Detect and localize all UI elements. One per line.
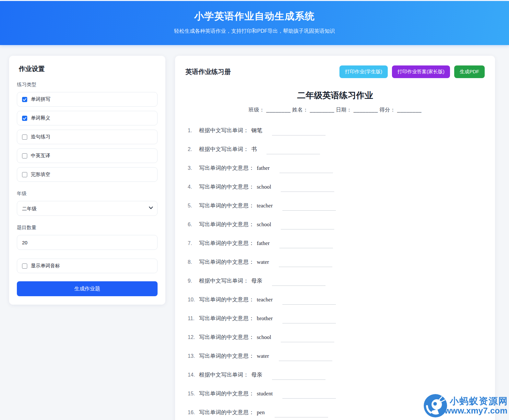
print-student-button[interactable]: 打印作业(学生版) [339, 65, 388, 78]
answer-blank-line [281, 229, 334, 229]
question-word: pen [257, 408, 265, 417]
question-number: 3. [188, 164, 199, 172]
question-number: 4. [188, 183, 199, 191]
content-area: 作业设置 练习类型 单词拼写 单词释义 造句练习 中英互译 完形填空 年级 二年… [0, 45, 509, 420]
print-answer-button[interactable]: 打印作业答案(家长版) [392, 65, 450, 78]
workbook-actions: 打印作业(学生版) 打印作业答案(家长版) 生成PDF [339, 65, 485, 78]
question-prompt: 写出单词的中文意思： [199, 220, 254, 229]
question-count-input[interactable] [17, 235, 158, 250]
exercise-option-cloze[interactable]: 完形填空 [17, 167, 158, 182]
sentence-checkbox[interactable] [22, 134, 27, 140]
question-row: 6. 写出单词的中文意思： school [188, 220, 485, 229]
answer-blank-line [279, 248, 333, 248]
watermark-text: 小蚂蚁资源网 www.xmy7.com [450, 396, 508, 415]
question-word: 母亲 [251, 277, 262, 285]
question-prompt: 根据中文写出单词： [199, 126, 249, 135]
answer-blank-line [275, 417, 328, 417]
question-row: 4. 写出单词的中文意思： school [188, 183, 485, 192]
watermark-site-name: 小蚂蚁资源网 [450, 396, 508, 406]
word-meaning-checkbox[interactable] [22, 116, 27, 121]
question-word: water [257, 258, 269, 266]
question-number: 7. [188, 239, 199, 248]
grade-select[interactable]: 二年级 [17, 201, 158, 216]
exercise-option-translation[interactable]: 中英互译 [17, 148, 158, 163]
question-row: 5. 写出单词的中文意思： teacher [188, 202, 485, 211]
question-prompt: 写出单词的中文意思： [199, 390, 254, 398]
question-row: 14. 根据中文写出单词： 母亲 [188, 371, 485, 380]
exercise-option-word-meaning[interactable]: 单词释义 [17, 111, 158, 125]
question-word: school [257, 183, 271, 191]
question-number: 12. [188, 333, 199, 342]
question-row: 9. 根据中文写出单词： 母亲 [188, 277, 485, 286]
question-word: brother [257, 314, 273, 323]
answer-blank-line [272, 379, 326, 380]
question-prompt: 写出单词的中文意思： [199, 183, 254, 191]
exercise-option-word-spelling[interactable]: 单词拼写 [17, 92, 158, 107]
question-word: teacher [257, 202, 273, 210]
question-number: 11. [188, 314, 199, 323]
exercise-option-label: 完形填空 [31, 171, 50, 178]
show-phonetic-checkbox[interactable] [22, 263, 27, 269]
worksheet-info-line: 班级： ________ 姓名： ________ 日期： ________ 得… [185, 107, 485, 113]
grade-label: 年级 [17, 191, 158, 197]
question-prompt: 写出单词的中文意思： [199, 202, 254, 210]
question-number: 13. [188, 352, 199, 360]
question-word: 钢笔 [251, 126, 262, 135]
exercise-option-sentence[interactable]: 造句练习 [17, 130, 158, 144]
answer-blank-line [281, 192, 334, 192]
question-prompt: 写出单词的中文意思： [199, 408, 254, 417]
answer-blank-line [272, 286, 326, 286]
question-number: 2. [188, 145, 199, 154]
question-list: 1. 根据中文写出单词： 钢笔 2. 根据中文写出单词： 书 3. 写出单词的中… [185, 126, 485, 420]
word-spelling-checkbox[interactable] [22, 97, 27, 102]
answer-blank-line [266, 154, 320, 154]
workbook-title: 英语作业练习册 [185, 67, 231, 76]
answer-blank-line [282, 304, 336, 305]
generate-pdf-button[interactable]: 生成PDF [454, 65, 485, 78]
watermark-link[interactable]: 小蚂蚁资源网 www.xmy7.com [423, 394, 508, 418]
question-row: 13. 写出单词的中文意思： water [188, 352, 485, 361]
question-number: 10. [188, 296, 199, 304]
question-row: 1. 根据中文写出单词： 钢笔 [188, 126, 485, 135]
answer-blank-line [279, 267, 332, 267]
question-row: 7. 写出单词的中文意思： father [188, 239, 485, 248]
settings-title: 作业设置 [17, 64, 158, 73]
question-number: 8. [188, 258, 199, 266]
ant-logo-icon [423, 394, 447, 418]
question-prompt: 根据中文写出单词： [199, 277, 249, 285]
question-word: father [257, 164, 270, 172]
question-row: 8. 写出单词的中文意思： water [188, 258, 485, 267]
question-prompt: 写出单词的中文意思： [199, 296, 254, 304]
exercise-type-label: 练习类型 [17, 82, 158, 88]
exercise-option-label: 单词拼写 [31, 96, 50, 102]
question-word: school [257, 220, 271, 229]
question-word: school [257, 333, 271, 342]
question-number: 15. [188, 390, 199, 398]
workbook-header: 英语作业练习册 打印作业(学生版) 打印作业答案(家长版) 生成PDF [185, 65, 485, 78]
question-prompt: 写出单词的中文意思： [199, 352, 254, 360]
answer-blank-line [281, 342, 334, 342]
question-number: 1. [188, 126, 199, 135]
generate-homework-button[interactable]: 生成作业题 [17, 281, 158, 296]
question-word: teacher [257, 296, 273, 304]
show-phonetic-option[interactable]: 显示单词音标 [17, 259, 158, 273]
question-prompt: 根据中文写出单词： [199, 371, 249, 379]
question-word: father [257, 239, 270, 248]
question-prompt: 写出单词的中文意思： [199, 258, 254, 266]
question-word: 母亲 [251, 371, 262, 379]
question-prompt: 根据中文写出单词： [199, 145, 249, 154]
question-prompt: 写出单词的中文意思： [199, 314, 254, 323]
translation-checkbox[interactable] [22, 153, 27, 158]
answer-blank-line [282, 210, 336, 211]
question-word: student [257, 390, 273, 398]
cloze-checkbox[interactable] [22, 172, 27, 177]
question-prompt: 写出单词的中文意思： [199, 333, 254, 342]
workbook-panel: 英语作业练习册 打印作业(学生版) 打印作业答案(家长版) 生成PDF 二年级英… [175, 56, 495, 420]
answer-blank-line [279, 173, 333, 173]
watermark-site-url: www.xmy7.com [444, 406, 508, 415]
grade-select-wrap: 二年级 [17, 201, 158, 216]
question-number: 6. [188, 220, 199, 229]
question-row: 2. 根据中文写出单词： 书 [188, 145, 485, 154]
exercise-option-label: 单词释义 [31, 115, 50, 121]
show-phonetic-label: 显示单词音标 [31, 263, 60, 269]
